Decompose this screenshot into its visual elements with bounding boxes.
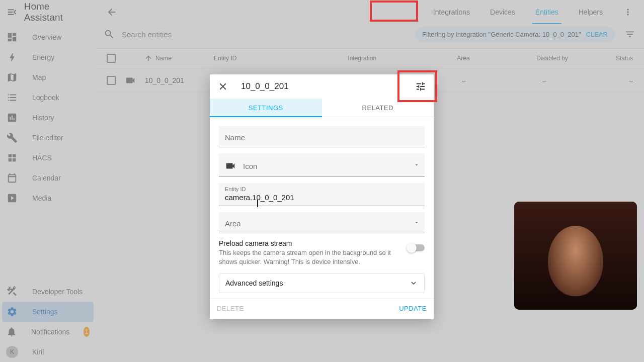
preload-title: Preload camera stream xyxy=(219,239,400,247)
update-button[interactable]: UPDATE xyxy=(399,305,427,312)
advanced-settings-expander[interactable]: Advanced settings xyxy=(219,273,425,293)
field-label: Icon xyxy=(243,162,257,170)
area-field[interactable]: Area xyxy=(219,212,425,233)
field-label: Name xyxy=(225,133,419,142)
tab-label: RELATED xyxy=(362,104,394,112)
camera-icon xyxy=(225,160,236,171)
field-value: camera.10_0_0_201 xyxy=(225,193,419,202)
entity-dialog: 10_0_0_201 SETTINGS RELATED Name Icon En… xyxy=(210,74,434,319)
name-field[interactable]: Name xyxy=(219,126,425,147)
dialog-body: Name Icon Entity ID camera.10_0_0_201 Ar… xyxy=(210,117,434,298)
dialog-tab-settings[interactable]: SETTINGS xyxy=(210,99,322,117)
preload-toggle[interactable] xyxy=(408,244,425,251)
delete-button[interactable]: DELETE xyxy=(217,305,244,312)
chevron-down-icon xyxy=(414,220,420,226)
preload-stream-row: Preload camera stream This keeps the cam… xyxy=(219,239,425,266)
preload-description: This keeps the camera stream open in the… xyxy=(219,248,400,266)
close-button[interactable] xyxy=(215,78,231,95)
dialog-tabs: SETTINGS RELATED xyxy=(210,99,434,117)
webcam-overlay xyxy=(514,202,637,310)
dialog-header: 10_0_0_201 xyxy=(210,74,434,99)
chevron-down-icon xyxy=(409,279,418,288)
chevron-down-icon xyxy=(414,162,420,168)
text-cursor xyxy=(257,200,258,207)
dialog-tab-related[interactable]: RELATED xyxy=(322,99,434,117)
dialog-title: 10_0_0_201 xyxy=(241,81,403,92)
tab-label: SETTINGS xyxy=(249,104,283,112)
icon-field[interactable]: Icon xyxy=(219,153,425,177)
field-label: Entity ID xyxy=(225,186,419,192)
entity-id-field[interactable]: Entity ID camera.10_0_0_201 xyxy=(219,183,425,206)
field-label: Area xyxy=(225,219,419,228)
advanced-label: Advanced settings xyxy=(225,279,283,287)
tune-button[interactable] xyxy=(413,78,429,95)
dialog-footer: DELETE UPDATE xyxy=(210,298,434,319)
